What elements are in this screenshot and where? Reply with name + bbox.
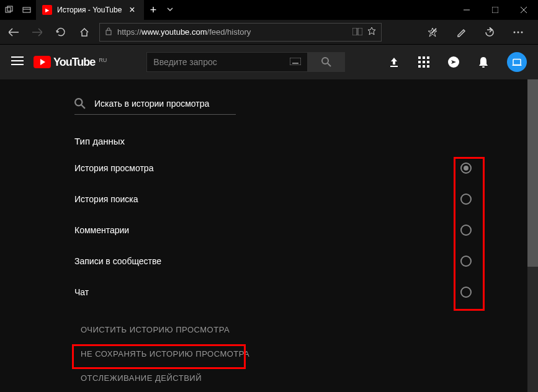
svg-line-49 xyxy=(81,105,85,109)
reading-view-icon[interactable] xyxy=(352,27,362,38)
search-icon xyxy=(74,98,86,109)
radio-label: Записи в сообществе xyxy=(74,256,161,266)
search-button[interactable] xyxy=(308,52,345,72)
radio-button[interactable] xyxy=(460,287,472,298)
new-tab-button[interactable]: + xyxy=(144,4,163,17)
svg-rect-40 xyxy=(418,65,421,68)
radio-button[interactable] xyxy=(460,256,472,267)
radio-row[interactable]: Чат xyxy=(74,277,472,308)
youtube-favicon xyxy=(42,5,52,15)
svg-marker-32 xyxy=(391,58,397,65)
youtube-logo[interactable]: YouTube RU xyxy=(34,56,107,69)
page-content: Искать в истории просмотра Тип данных Ис… xyxy=(0,79,527,392)
radio-label: Чат xyxy=(74,287,89,297)
close-window-button[interactable] xyxy=(509,0,538,20)
svg-rect-33 xyxy=(390,66,398,67)
svg-point-19 xyxy=(521,31,523,33)
radio-row[interactable]: Комментарии xyxy=(74,215,472,246)
youtube-logo-text: YouTube xyxy=(53,56,95,69)
section-title: Тип данных xyxy=(74,136,527,146)
youtube-logo-icon xyxy=(34,56,51,68)
svg-rect-41 xyxy=(423,65,425,68)
svg-rect-39 xyxy=(427,61,429,63)
search-box: Введите запрос xyxy=(146,52,345,72)
clear-history-action[interactable]: ОЧИСТИТЬ ИСТОРИЮ ПРОСМОТРА xyxy=(74,318,527,342)
history-search-placeholder: Искать в истории просмотра xyxy=(94,99,209,109)
history-search-input[interactable]: Искать в истории просмотра xyxy=(74,98,236,115)
menu-button[interactable] xyxy=(11,56,24,68)
browser-tab[interactable]: История - YouTube × xyxy=(36,0,144,20)
svg-point-18 xyxy=(518,31,519,33)
favorite-icon[interactable] xyxy=(367,27,376,38)
window-titlebar: История - YouTube × + xyxy=(0,0,538,20)
radio-button[interactable] xyxy=(460,194,472,205)
tab-preview-icon[interactable] xyxy=(22,6,31,14)
tab-menu-button[interactable] xyxy=(163,6,177,15)
svg-line-31 xyxy=(328,63,331,66)
svg-rect-36 xyxy=(427,56,429,59)
search-placeholder: Введите запрос xyxy=(153,57,217,67)
svg-rect-23 xyxy=(290,58,301,65)
svg-rect-45 xyxy=(482,66,485,68)
svg-rect-5 xyxy=(492,7,498,13)
svg-rect-34 xyxy=(418,56,421,59)
activity-tracking-action[interactable]: ОТСЛЕЖИВАНИЕ ДЕЙСТВИЙ xyxy=(74,366,527,390)
svg-point-48 xyxy=(75,99,82,105)
radio-label: История просмотра xyxy=(74,163,153,173)
maximize-button[interactable] xyxy=(481,0,509,20)
notifications-icon[interactable] xyxy=(477,56,490,68)
svg-rect-11 xyxy=(352,28,357,35)
lock-icon xyxy=(105,27,112,37)
pause-history-action[interactable]: НЕ СОХРАНЯТЬ ИСТОРИЮ ПРОСМОТРА xyxy=(74,342,527,366)
svg-rect-2 xyxy=(23,7,30,12)
radio-button[interactable] xyxy=(460,225,472,236)
avatar[interactable] xyxy=(507,52,527,72)
address-bar: https://www.youtube.com/feed/history xyxy=(0,20,538,45)
url-input[interactable]: https://www.youtube.com/feed/history xyxy=(99,23,382,42)
youtube-header: YouTube RU Введите запрос xyxy=(0,45,538,79)
svg-rect-35 xyxy=(423,56,425,59)
svg-rect-47 xyxy=(513,65,522,66)
action-list: ОЧИСТИТЬ ИСТОРИЮ ПРОСМОТРА НЕ СОХРАНЯТЬ … xyxy=(74,318,527,390)
upload-icon[interactable] xyxy=(388,56,400,68)
svg-point-17 xyxy=(514,31,516,33)
keyboard-icon[interactable] xyxy=(290,57,301,67)
favorites-button[interactable] xyxy=(424,24,441,41)
more-button[interactable] xyxy=(509,24,527,41)
svg-rect-42 xyxy=(427,65,429,68)
radio-row[interactable]: История поиска xyxy=(74,184,472,215)
svg-rect-12 xyxy=(358,28,362,35)
share-button[interactable] xyxy=(481,24,498,41)
radio-label: Комментарии xyxy=(74,225,129,235)
minimize-button[interactable] xyxy=(452,0,481,20)
home-button[interactable] xyxy=(76,24,93,41)
radio-row[interactable]: Записи в сообществе xyxy=(74,246,472,277)
svg-marker-13 xyxy=(368,27,375,35)
svg-rect-37 xyxy=(418,61,421,63)
messages-icon[interactable] xyxy=(447,56,460,68)
svg-rect-0 xyxy=(6,7,11,12)
scrollbar-thumb[interactable] xyxy=(527,79,538,267)
radio-label: История поиска xyxy=(74,194,138,204)
tab-title: История - YouTube xyxy=(57,6,122,14)
youtube-region: RU xyxy=(99,57,107,63)
tabs-aside-icon[interactable] xyxy=(5,6,14,14)
svg-point-30 xyxy=(322,58,328,64)
tab-close-button[interactable]: × xyxy=(127,4,137,16)
history-type-list: История просмотра История поиска Коммент… xyxy=(74,153,472,308)
search-input[interactable]: Введите запрос xyxy=(146,52,308,72)
refresh-button[interactable] xyxy=(52,24,69,41)
radio-row[interactable]: История просмотра xyxy=(74,153,472,184)
notes-button[interactable] xyxy=(452,24,470,41)
url-text: https://www.youtube.com/feed/history xyxy=(117,27,347,37)
svg-rect-10 xyxy=(106,30,111,35)
apps-icon[interactable] xyxy=(418,56,430,68)
radio-button[interactable] xyxy=(460,163,472,174)
back-button[interactable] xyxy=(5,24,22,41)
scrollbar[interactable] xyxy=(527,79,538,392)
svg-rect-38 xyxy=(423,61,425,63)
svg-rect-1 xyxy=(7,6,12,11)
forward-button xyxy=(29,24,46,41)
svg-rect-46 xyxy=(513,60,521,65)
